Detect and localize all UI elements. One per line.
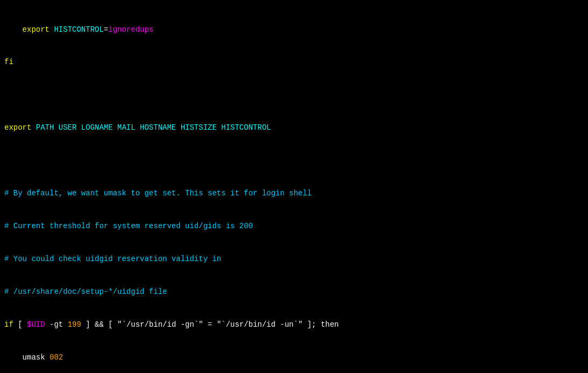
code-line: if [ $UID -gt 199 ] && [ "`/usr/bin/id -…	[4, 319, 584, 330]
code-line: export PATH USER LOGNAME MAIL HOSTNAME H…	[4, 122, 584, 133]
code-line: # By default, we want umask to get set. …	[4, 188, 584, 199]
code-line: # You could check uidgid reservation val…	[4, 254, 584, 264]
code-line: export HISTCONTROL=ignoredups	[4, 24, 584, 35]
code-line	[4, 89, 584, 100]
code-line	[4, 155, 584, 166]
code-line: # /usr/share/doc/setup-*/uidgid file	[4, 286, 584, 297]
code-line: umask 002	[4, 352, 584, 363]
code-line: fi	[4, 57, 584, 67]
code-line: # Current threshold for system reserved …	[4, 221, 584, 231]
code-editor: export HISTCONTROL=ignoredups fi export …	[4, 2, 584, 373]
